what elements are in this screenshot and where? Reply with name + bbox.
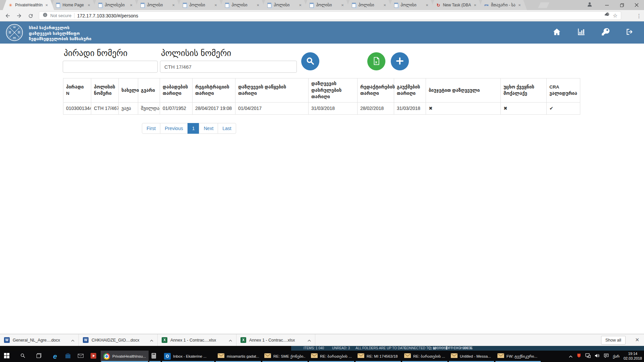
taskbar-search-button[interactable] [16, 351, 30, 362]
window-minimize-button[interactable] [600, 0, 614, 10]
tab-close-icon[interactable]: ✕ [340, 3, 344, 7]
saved-password-key-icon[interactable] [605, 12, 610, 19]
taskbar-window-envelope[interactable]: RE: ბარათების ... [308, 351, 355, 362]
downloads-bar-close-icon[interactable]: ✕ [635, 337, 639, 343]
speaker-icon[interactable] [595, 353, 600, 359]
taskbar-window-envelope[interactable]: RE: ბარათების ... [401, 351, 448, 362]
personal-number-input[interactable] [63, 61, 158, 73]
refresh-button[interactable] [27, 12, 34, 19]
pagination-item[interactable]: Next [199, 123, 218, 134]
new-tab-button[interactable] [538, 2, 549, 8]
browser-toolbar: Not secure 172.17.7.103:3030/#/persons ☆… [0, 10, 644, 21]
edge-pinned-button[interactable]: e [48, 351, 62, 362]
tab-close-icon[interactable]: ✕ [256, 3, 260, 7]
clock-date: 02.03.2018 [624, 356, 642, 361]
address-bar[interactable]: Not secure 172.17.7.103:3030/#/persons ☆ [39, 11, 621, 20]
search-button[interactable] [301, 52, 319, 70]
browser-tab[interactable]: პოლისი✕ [304, 0, 350, 10]
browser-tab[interactable]: ↻New Task (DBA✕ [430, 0, 482, 10]
browser-tab[interactable]: პოლისი✕ [177, 0, 223, 10]
media-app-pinned-button[interactable] [87, 351, 100, 362]
add-person-button[interactable] [391, 52, 409, 70]
mail-app-pinned-button[interactable] [74, 351, 87, 362]
back-button[interactable] [4, 12, 11, 19]
network-icon[interactable] [585, 353, 591, 359]
policy-number-input[interactable] [160, 61, 297, 73]
browser-menu-icon[interactable]: ⋮ [636, 13, 642, 19]
notifications-icon[interactable] [604, 353, 609, 359]
reports-nav-button[interactable] [576, 27, 586, 38]
zoom-out-icon[interactable]: – [433, 346, 435, 350]
page-favicon-icon [309, 3, 314, 8]
bookmark-star-icon[interactable]: ☆ [613, 12, 618, 19]
home-nav-button[interactable] [552, 27, 562, 38]
download-caret-icon[interactable] [71, 337, 74, 343]
browser-tab[interactable]: პოლისი✕ [135, 0, 181, 10]
antivirus-warning-icon[interactable] [577, 353, 581, 359]
tray-chevron-icon[interactable] [569, 353, 573, 359]
page-favicon-icon [351, 3, 356, 8]
password-nav-button[interactable] [600, 27, 610, 38]
tab-close-icon[interactable]: ✕ [214, 3, 218, 7]
taskbar-window-label: RE: MI 174563/18 ... [367, 354, 399, 358]
taskbar-window-envelope[interactable]: misamartis gadat... [215, 351, 262, 362]
tab-close-icon[interactable]: ✕ [518, 3, 522, 7]
tab-close-icon[interactable]: ✕ [87, 3, 91, 7]
pagination-item[interactable]: 1 [187, 123, 200, 134]
pagination-item[interactable]: Last [218, 123, 236, 134]
export-excel-button[interactable]: x [367, 52, 385, 70]
tab-close-icon[interactable]: ✕ [383, 3, 387, 7]
browser-tab[interactable]: პოლისი✕ [388, 0, 434, 10]
download-caret-icon[interactable] [150, 337, 153, 343]
task-view-button[interactable] [32, 351, 46, 362]
taskbar-clock[interactable]: 19:14 02.03.2018 [624, 352, 642, 361]
taskbar-window-envelope[interactable]: Untitled - Messa... [448, 351, 495, 362]
start-button[interactable] [0, 351, 13, 362]
outlook-zoom-level[interactable]: 100 % [463, 346, 472, 350]
table-row[interactable]: 01030013445CTH 17/467ვაჟაშვილდაძე01/07/1… [63, 102, 580, 114]
show-all-downloads-button[interactable]: Show all [601, 336, 626, 345]
download-filename: CHKHAIDZE_GIO....docx [92, 338, 147, 343]
zoom-slider[interactable] [436, 348, 458, 348]
browser-tab[interactable]: პოლისები✕ [92, 0, 139, 10]
taskbar: e PrivateHealthInsu...OInbox - Ekaterine… [0, 351, 644, 362]
browser-tab[interactable]: პოლისი✕ [261, 0, 308, 10]
tab-close-icon[interactable]: ✕ [473, 3, 477, 7]
tab-title: პოლისი [147, 3, 169, 7]
browser-tab[interactable]: პოლისი✕ [346, 0, 392, 10]
download-caret-icon[interactable] [308, 337, 311, 343]
download-item[interactable]: XAnnex 1 - Contrac....xlsx [158, 334, 236, 346]
download-item[interactable]: XAnnex 1 - Contrac....xlsx [236, 334, 315, 346]
taskbar-window-chrome[interactable]: PrivateHealthInsu... [101, 351, 149, 362]
table-cell: 28/02/2018 [358, 102, 394, 114]
pagination-item[interactable]: Previous [160, 123, 187, 134]
taskbar-window-envelope[interactable]: RE: MI 174563/18 ... [355, 351, 401, 362]
store-pinned-button[interactable] [61, 351, 74, 362]
download-item[interactable]: WCHKHAIDZE_GIO....docx [79, 334, 158, 346]
browser-tab[interactable]: ✳PrivateHealthIn✕ [3, 0, 54, 10]
forward-button[interactable] [15, 12, 23, 19]
browser-tab[interactable]: iPAმთავარი - სა✕ [479, 0, 527, 10]
tab-close-icon[interactable]: ✕ [171, 3, 175, 7]
zoom-in-icon[interactable]: + [459, 346, 461, 350]
window-close-button[interactable] [629, 0, 644, 10]
browser-tab[interactable]: პოლისი✕ [219, 0, 265, 10]
download-caret-icon[interactable] [229, 337, 232, 343]
tab-close-icon[interactable]: ✕ [45, 3, 49, 7]
taskbar-window-calculator[interactable] [149, 351, 161, 362]
language-indicator[interactable]: ქარ [613, 354, 620, 359]
browser-profile-button[interactable] [582, 0, 597, 10]
tab-close-icon[interactable]: ✕ [298, 3, 302, 7]
tab-close-icon[interactable]: ✕ [129, 3, 133, 7]
taskbar-window-outlook[interactable]: OInbox - Ekaterine ... [161, 351, 215, 362]
taskbar-window-envelope[interactable]: FW: ტექნიკური... [495, 351, 541, 362]
taskbar-window-envelope[interactable]: RE: SME ქონები... [262, 351, 308, 362]
window-maximize-button[interactable] [614, 0, 629, 10]
download-item[interactable]: WGeneral_NL_Agre....docx [0, 334, 79, 346]
pagination-item[interactable]: First [142, 123, 160, 134]
browser-tab[interactable]: Home Page✕ [50, 0, 96, 10]
logout-nav-button[interactable] [625, 27, 635, 38]
tab-close-icon[interactable]: ✕ [425, 3, 429, 7]
url-text[interactable]: 172.17.7.103:3030/#/persons [77, 13, 602, 18]
tab-title: მთავარი - სა [491, 3, 516, 7]
